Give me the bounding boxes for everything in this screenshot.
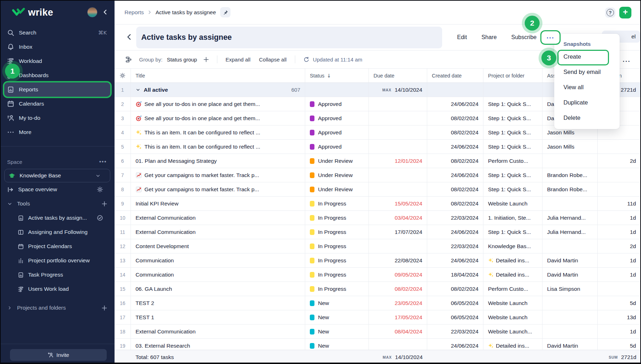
sidebar-item-dashboards[interactable]: Dashboards	[4, 68, 110, 82]
table-row[interactable]: 1506. GA LaunchIn Progress08/02/202408/0…	[115, 282, 641, 296]
chevron-right-icon	[147, 10, 152, 15]
table-row[interactable]: 16TEST 2New23/05/202406/05/2024Website L…	[115, 296, 641, 310]
row-number: 15	[115, 282, 131, 296]
sidebar-item-projects-and-folders[interactable]: Projects and folders	[0, 301, 115, 315]
more-icon	[7, 129, 14, 136]
sidebar-tool-active-tasks-by-assign-[interactable]: Active tasks by assign...	[0, 211, 115, 225]
refresh-icon[interactable]	[303, 57, 309, 63]
table-row[interactable]: 17TEST 1New17/05/202406/05/2024Website L…	[115, 310, 641, 325]
help-button[interactable]: ?	[605, 7, 615, 18]
back-icon[interactable]	[125, 33, 133, 41]
invite-button[interactable]: Invite	[10, 349, 107, 361]
row-number: 7	[115, 168, 131, 182]
status-color-chip	[310, 343, 314, 349]
cell-assignee: Julia Hernand...	[542, 211, 598, 225]
gear-icon[interactable]	[97, 186, 103, 193]
chevron-down-icon	[7, 201, 12, 207]
cell-project: Step 1: Quick S...	[483, 97, 542, 111]
add-tool-icon[interactable]	[101, 201, 107, 207]
report-title-field[interactable]: Active tasks by assignee	[136, 27, 442, 48]
sparkles-icon	[136, 129, 142, 136]
group-by-value[interactable]: Status group	[167, 57, 197, 63]
sidebar-item-reports[interactable]: Reports	[4, 82, 110, 97]
last-updated-text[interactable]: Updated at 11:14 am	[313, 57, 362, 63]
sidebar-item-space-overview[interactable]: Space overview	[0, 182, 115, 197]
sidebar-item-workload[interactable]: Workload	[4, 54, 110, 68]
table-row[interactable]: 12Content DevelopmentIn Progress22/03/20…	[115, 239, 641, 253]
menu-item-send-by-email[interactable]: Send by email	[554, 64, 620, 80]
table-row[interactable]: 601. Plan and Messaging StrategyUnder Re…	[115, 154, 641, 168]
table-row[interactable]: 9Initial KPI ReviewIn Progress15/05/2024…	[115, 197, 641, 211]
tools-section-header[interactable]: Tools	[0, 197, 115, 211]
sidebar-item-search[interactable]: Search⌘K	[4, 26, 110, 40]
menu-item-create[interactable]: Create	[554, 49, 620, 64]
table-row[interactable]: 13CommunicationIn Progress22/08/202424/0…	[115, 253, 641, 268]
sidebar-item-label: Reports	[19, 86, 38, 93]
column-header-created-date[interactable]: Created date	[427, 69, 483, 82]
space-selector-knowledge-base[interactable]: Knowledge Base	[4, 169, 110, 182]
table-row[interactable]: 8Get your campaigns to market faster. Tr…	[115, 182, 641, 197]
avatar[interactable]	[87, 7, 97, 17]
project-label: Detailed ins...	[496, 257, 529, 264]
table-row[interactable]: 10External CommunicationIn Progress03/04…	[115, 211, 641, 225]
subscribe-button[interactable]: Subscribe	[511, 34, 536, 41]
sidebar-tool-users-work-load[interactable]: Users Work load	[0, 282, 115, 296]
row-number: 6	[115, 154, 131, 168]
pin-button[interactable]	[220, 7, 231, 17]
column-header-status[interactable]: Status↓	[305, 69, 369, 82]
report-sm-icon	[18, 215, 24, 221]
report-more-options-button[interactable]: ...	[541, 31, 560, 44]
cell-due-date: 17/07/2024	[369, 225, 427, 239]
add-grouping-icon[interactable]	[203, 57, 209, 63]
create-new-button[interactable]: +	[619, 7, 631, 18]
table-row[interactable]: 18External CommunicationNew08/04/202422/…	[115, 325, 641, 339]
logo-text: wrike	[28, 7, 53, 18]
cell-due-date	[369, 239, 427, 253]
cell-created-date: 08/02/2024	[427, 111, 483, 125]
table-row[interactable]: 5This is an item. It can be configured t…	[115, 140, 641, 154]
sidebar-tool-task-progress[interactable]: Task Progress	[0, 268, 115, 282]
space-options-icon[interactable]: •••	[99, 159, 107, 165]
sparkles-icon	[488, 258, 494, 263]
todo-icon	[7, 114, 14, 122]
sidebar-item-my-to-do[interactable]: My to-do	[4, 111, 110, 125]
sidebar-item-calendars[interactable]: Calendars	[4, 97, 110, 111]
menu-item-view-all[interactable]: View all	[554, 80, 620, 95]
table-row[interactable]: 11External CommunicationIn Progress17/07…	[115, 225, 641, 239]
menu-item-label: Send by email	[563, 69, 601, 75]
status-color-chip	[310, 116, 314, 121]
snapshots-menu-items: CreateSend by emailView allDuplicateDele…	[554, 49, 620, 125]
menu-item-label: Duplicate	[563, 99, 588, 106]
menu-item-delete[interactable]: Delete	[554, 110, 620, 125]
question-icon: ?	[606, 9, 614, 16]
sidebar-item-more[interactable]: More	[4, 125, 110, 139]
column-header-due-date[interactable]: Due date	[369, 69, 427, 82]
chevron-down-icon[interactable]	[136, 87, 141, 92]
table-settings-gear-icon[interactable]	[120, 73, 126, 79]
sidebar-tool-assigning-and-following[interactable]: Assigning and Following	[0, 225, 115, 239]
sidebar-tool-project-calendars[interactable]: Project Calendars	[0, 239, 115, 253]
add-project-icon[interactable]	[101, 305, 107, 311]
sidebar-tool-project-portfolio-overview[interactable]: Project portfolio overview	[0, 253, 115, 268]
table-row[interactable]: 14CommunicationIn Progress09/05/202418/0…	[115, 268, 641, 282]
column-header-project[interactable]: Project or folder	[483, 69, 542, 82]
sidebar-collapse-icon[interactable]	[102, 9, 109, 16]
column-header-title[interactable]: Title	[131, 69, 305, 82]
breadcrumb-parent[interactable]: Reports	[125, 9, 144, 16]
collapse-all-button[interactable]: Collapse all	[259, 57, 287, 63]
sidebar-item-inbox[interactable]: Inbox	[4, 40, 110, 54]
callout-badge-1: 1	[5, 64, 20, 79]
cell-due-date: 15/05/2024	[369, 197, 427, 210]
table-row[interactable]: 7Get your campaigns to market faster. Tr…	[115, 168, 641, 182]
person-plus-icon	[48, 352, 54, 358]
menu-item-duplicate[interactable]: Duplicate	[554, 95, 620, 110]
edit-button[interactable]: Edit	[457, 34, 467, 41]
share-button[interactable]: Share	[482, 34, 497, 41]
expand-all-button[interactable]: Expand all	[226, 57, 250, 63]
invite-divider	[0, 344, 115, 344]
cell-due-date	[369, 182, 427, 196]
cell-status: In Progress	[305, 253, 369, 267]
grid-options-icon[interactable]: ...	[623, 56, 631, 64]
cell-duration: 11d	[598, 197, 641, 210]
task-title: Get your campaigns to market faster. Tra…	[144, 172, 259, 178]
